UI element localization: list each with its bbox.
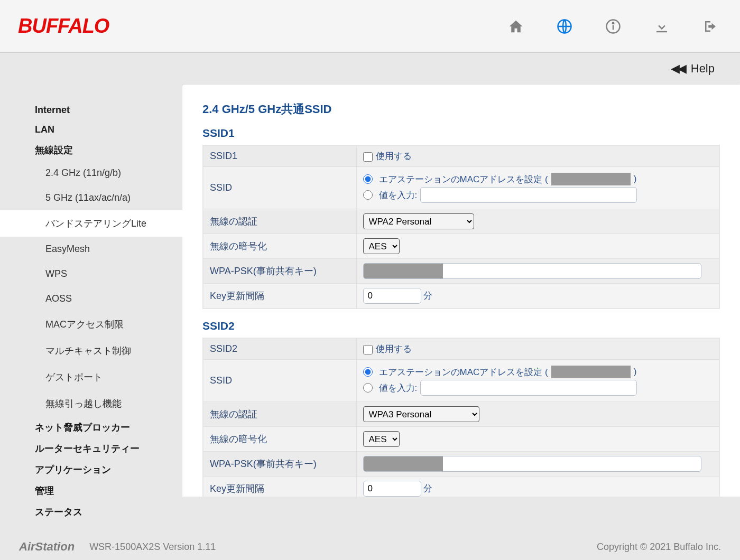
nav-macfilter[interactable]: MACアクセス制限 <box>35 311 182 338</box>
nav-lan[interactable]: LAN <box>35 120 182 139</box>
ssid2-enc-label: 無線の暗号化 <box>203 427 356 452</box>
ssid2-enable-wrap[interactable]: 使用する <box>363 344 412 354</box>
ssid2-radio-input[interactable] <box>363 383 373 393</box>
ssid1-table: SSID1 使用する SSID エアステーションのMACアドレスを設定 ( ) <box>202 145 720 309</box>
ssid2-enc-select[interactable]: AES <box>363 431 400 447</box>
ssid2-mac-close: ) <box>634 367 637 377</box>
ssid1-enable-text: 使用する <box>376 151 412 161</box>
ssid1-ssid-input[interactable] <box>420 187 637 203</box>
nav-internet[interactable]: Internet <box>35 100 182 120</box>
nav-wps[interactable]: WPS <box>35 262 182 286</box>
ssid2-psk-input[interactable] <box>363 456 701 472</box>
ssid1-enable-checkbox[interactable] <box>363 152 373 162</box>
redacted-mac2 <box>551 366 631 378</box>
nav-admin[interactable]: 管理 <box>35 480 182 501</box>
ssid2-auth-select[interactable]: WPA3 Personal <box>363 406 479 422</box>
ssid1-radio-mac-label: エアステーションのMACアドレスを設定 ( <box>379 173 548 185</box>
ssid2-enable-label: SSID2 <box>203 338 356 360</box>
ssid2-key-unit: 分 <box>423 483 432 493</box>
ssid1-enable-label: SSID1 <box>203 145 356 167</box>
logout-icon[interactable] <box>702 18 719 35</box>
nav-multicast[interactable]: マルチキャスト制御 <box>35 338 182 364</box>
ssid1-key-input[interactable] <box>363 288 421 304</box>
ssid2-table: SSID2 使用する SSID エアステーションのMACアドレスを設定 ( ) <box>202 338 720 497</box>
ssid1-enable-wrap[interactable]: 使用する <box>363 151 412 161</box>
nav-bandsteering[interactable]: バンドステアリングLite <box>0 210 183 237</box>
footer-brand: AirStation <box>19 540 75 554</box>
ssid1-key-label: Key更新間隔 <box>203 284 356 309</box>
nav-routersecurity[interactable]: ルーターセキュリティー <box>35 438 182 459</box>
ssid2-ssid-label: SSID <box>203 360 356 402</box>
nav-application[interactable]: アプリケーション <box>35 459 182 480</box>
ssid2-enable-text: 使用する <box>376 344 412 354</box>
svg-point-3 <box>613 23 614 24</box>
ssid1-auth-select[interactable]: WPA2 Personal <box>363 213 474 229</box>
nav-easymesh[interactable]: EasyMesh <box>35 237 182 262</box>
page-title: 2.4 GHz/5 GHz共通SSID <box>202 101 720 117</box>
ssid2-heading: SSID2 <box>202 320 720 332</box>
nav-wirelessmove[interactable]: 無線引っ越し機能 <box>35 390 182 417</box>
globe-icon[interactable] <box>556 18 573 35</box>
footer-version: WSR-1500AX2S Version 1.11 <box>89 542 216 553</box>
ssid2-radio-input-label: 値を入力: <box>379 382 418 394</box>
ssid2-radio-mac-label: エアステーションのMACアドレスを設定 ( <box>379 366 548 378</box>
nav-aoss[interactable]: AOSS <box>35 286 182 311</box>
nav-5ghz[interactable]: 5 GHz (11ax/ac/n/a) <box>35 185 182 210</box>
ssid2-enable-checkbox[interactable] <box>363 345 373 354</box>
nav-threatblocker[interactable]: ネット脅威ブロッカー <box>35 417 182 438</box>
home-icon[interactable] <box>507 18 524 35</box>
ssid2-key-input[interactable] <box>363 481 421 497</box>
brand-logo: BUFFALO <box>18 15 109 38</box>
ssid1-radio-input[interactable] <box>363 190 373 200</box>
ssid1-ssid-label: SSID <box>203 167 356 209</box>
ssid1-psk-label: WPA-PSK(事前共有キー) <box>203 259 356 284</box>
info-icon[interactable] <box>605 18 622 35</box>
ssid1-key-unit: 分 <box>423 291 432 301</box>
ssid1-radio-mac[interactable] <box>363 174 373 184</box>
ssid1-psk-input[interactable] <box>363 263 701 279</box>
ssid1-enc-select[interactable]: AES <box>363 238 400 254</box>
help-link[interactable]: ◀◀ Help <box>671 62 715 76</box>
ssid2-auth-label: 無線の認証 <box>203 402 356 427</box>
ssid1-radio-input-label: 値を入力: <box>379 189 418 201</box>
sidebar: Internet LAN 無線設定 2.4 GHz (11n/g/b) 5 GH… <box>0 85 182 534</box>
nav-status[interactable]: ステータス <box>35 501 182 522</box>
ssid1-auth-label: 無線の認証 <box>203 209 356 234</box>
nav-wireless[interactable]: 無線設定 <box>35 139 182 161</box>
ssid1-heading: SSID1 <box>202 127 720 139</box>
ssid1-enc-label: 無線の暗号化 <box>203 234 356 259</box>
ssid2-key-label: Key更新間隔 <box>203 477 356 497</box>
nav-guestport[interactable]: ゲストポート <box>35 364 182 390</box>
ssid2-radio-mac[interactable] <box>363 367 373 377</box>
footer-copyright: Copyright © 2021 Buffalo Inc. <box>597 542 721 553</box>
download-icon[interactable] <box>653 18 670 35</box>
redacted-mac1 <box>551 173 631 185</box>
ssid2-ssid-input[interactable] <box>420 380 637 396</box>
ssid2-psk-label: WPA-PSK(事前共有キー) <box>203 452 356 477</box>
nav-24ghz[interactable]: 2.4 GHz (11n/g/b) <box>35 161 182 185</box>
ssid1-mac-close: ) <box>634 174 637 184</box>
